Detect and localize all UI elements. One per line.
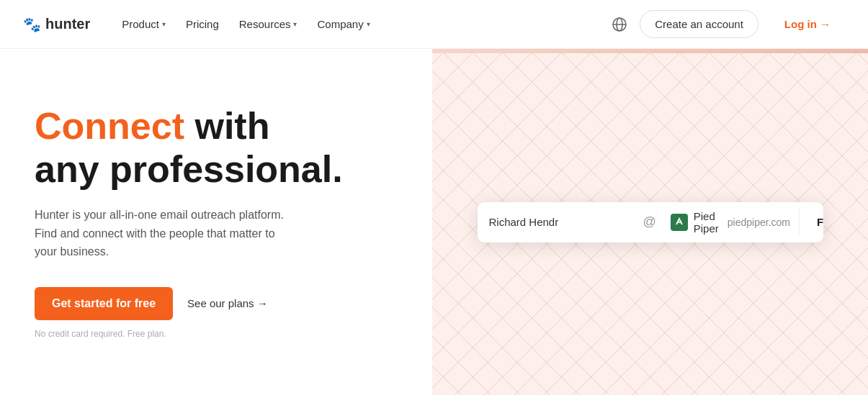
logo[interactable]: 🐾 hunter [23, 16, 90, 33]
main: Connect withany professional. Hunter is … [0, 49, 868, 395]
cta-row: Get started for free See our plans → [35, 287, 398, 320]
nav-company[interactable]: Company ▾ [308, 12, 378, 36]
nav-pricing[interactable]: Pricing [177, 12, 228, 36]
create-account-button[interactable]: Create an account [640, 10, 759, 38]
nav-links: Product ▾ Pricing Resources ▾ Company ▾ [113, 12, 611, 36]
get-started-button[interactable]: Get started for free [35, 287, 173, 320]
logo-text: hunter [45, 16, 90, 32]
find-button[interactable]: Find [800, 202, 823, 242]
pied-piper-logo-icon [674, 217, 684, 227]
company-domain: piedpiper.com [728, 217, 790, 228]
hero-title-highlight: Connect [35, 105, 184, 147]
left-panel: Connect withany professional. Hunter is … [0, 49, 432, 395]
search-name-input[interactable] [478, 202, 637, 242]
login-button[interactable]: Log in → [770, 11, 845, 37]
chevron-down-icon: ▾ [367, 20, 370, 28]
company-section: Pied Piper piedpiper.com [662, 210, 799, 235]
top-strip [432, 49, 868, 53]
search-card: @ Pied Piper piedpiper.com Find [478, 202, 823, 242]
see-plans-button[interactable]: See our plans → [187, 297, 268, 309]
right-panel: @ Pied Piper piedpiper.com Find [432, 49, 868, 395]
hero-title: Connect withany professional. [35, 105, 398, 191]
chevron-down-icon: ▾ [162, 20, 166, 28]
at-symbol: @ [637, 214, 662, 230]
logo-icon: 🐾 [23, 16, 41, 33]
nav-right: Create an account Log in → [611, 10, 845, 38]
globe-icon[interactable] [611, 16, 628, 33]
company-name: Pied Piper [694, 210, 719, 235]
no-credit-label: No credit card required. Free plan. [35, 329, 398, 339]
nav-product[interactable]: Product ▾ [113, 12, 174, 36]
nav-resources[interactable]: Resources ▾ [231, 12, 306, 36]
chevron-down-icon: ▾ [293, 20, 297, 28]
navbar: 🐾 hunter Product ▾ Pricing Resources ▾ C… [0, 0, 868, 49]
hero-subtitle: Hunter is your all-in-one email outreach… [35, 206, 308, 261]
company-logo [671, 214, 688, 231]
